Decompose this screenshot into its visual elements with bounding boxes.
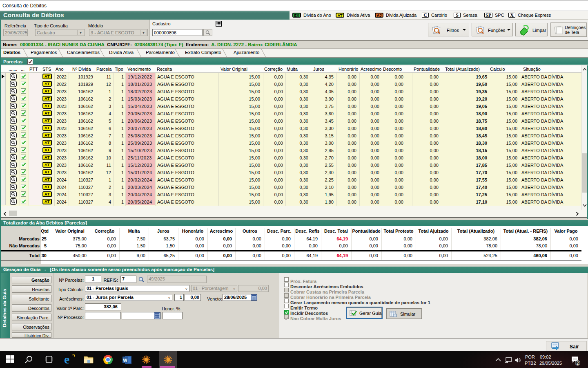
svg-text:W: W <box>123 358 127 363</box>
svg-text:e: e <box>64 354 69 365</box>
